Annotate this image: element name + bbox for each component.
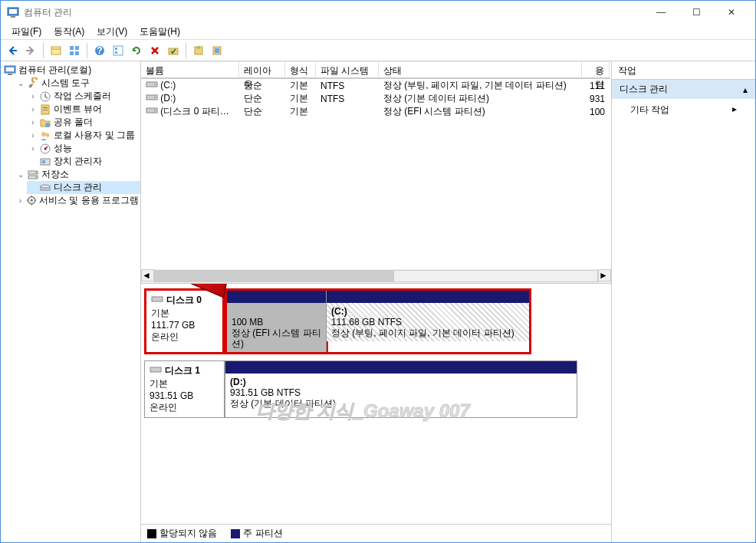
menu-help[interactable]: 도움말(H) — [133, 24, 186, 40]
services-icon — [26, 195, 37, 207]
menu-action[interactable]: 동작(A) — [48, 24, 90, 40]
col-format[interactable]: 형식 — [285, 61, 316, 78]
disk-1-partition-0[interactable]: (D:) 931.51 GB NTFS 정상 (기본 데이터 파티션) — [225, 361, 577, 417]
svg-rect-32 — [42, 160, 45, 163]
tree-device-manager[interactable]: 장치 관리자 — [27, 155, 140, 168]
scroll-left-button[interactable]: ◄ — [141, 269, 154, 281]
expand-icon[interactable]: › — [16, 196, 25, 206]
volume-list: 볼륨 레이아웃 형식 파일 시스템 상태 용량 (C:) 단순 기본 NTFS … — [141, 61, 611, 284]
col-volume[interactable]: 볼륨 — [141, 61, 239, 78]
svg-rect-10 — [113, 46, 123, 55]
horizontal-scrollbar[interactable]: ◄ ► — [141, 269, 611, 283]
drive-icon — [146, 80, 158, 91]
expand-icon[interactable]: › — [28, 105, 38, 114]
svg-point-46 — [154, 110, 156, 111]
svg-text:?: ? — [97, 45, 102, 56]
svg-rect-17 — [215, 48, 219, 53]
tools-icon — [27, 77, 39, 90]
back-button[interactable] — [4, 42, 21, 59]
svg-rect-48 — [150, 367, 161, 372]
volume-row[interactable]: (디스크 0 파티션 1) 단순 기본 정상 (EFI 시스템 파티션) 100 — [141, 105, 611, 118]
col-filesystem[interactable]: 파일 시스템 — [316, 61, 379, 78]
svg-rect-47 — [152, 297, 163, 301]
menu-file[interactable]: 파일(F) — [5, 24, 48, 40]
tree-services[interactable]: › 서비스 및 응용 프로그램 — [15, 194, 140, 207]
expand-icon[interactable]: › — [28, 131, 38, 140]
svg-rect-19 — [6, 67, 14, 71]
actions-section[interactable]: 디스크 관리 ▴ — [612, 80, 755, 99]
expand-icon[interactable]: › — [28, 92, 38, 101]
tree-root[interactable]: 컴퓨터 관리(로컬) — [2, 64, 140, 77]
svg-point-15 — [197, 46, 200, 49]
forward-button[interactable] — [22, 42, 39, 59]
delete-button[interactable] — [146, 42, 163, 59]
col-layout[interactable]: 레이아웃 — [239, 61, 285, 78]
toolbar-btn-8[interactable] — [209, 42, 225, 59]
collapse-icon[interactable]: ⌄ — [16, 79, 25, 88]
svg-point-27 — [41, 132, 46, 137]
close-button[interactable]: ✕ — [714, 1, 749, 24]
tree-local-users[interactable]: ›로컬 사용자 및 그룹 — [27, 129, 140, 142]
svg-rect-6 — [70, 51, 74, 55]
col-capacity[interactable]: 용량 — [582, 61, 610, 78]
toolbar-btn-1[interactable] — [48, 42, 64, 59]
menu-view[interactable]: 보기(V) — [90, 24, 133, 40]
toolbar: ? — [1, 40, 755, 61]
svg-rect-5 — [75, 46, 79, 50]
svg-rect-11 — [115, 48, 117, 50]
scroll-right-button[interactable]: ► — [598, 269, 611, 281]
actions-panel: 작업 디스크 관리 ▴ 기타 작업 ▸ — [612, 61, 755, 542]
svg-rect-24 — [43, 107, 48, 108]
check-button[interactable] — [165, 42, 182, 59]
tree-event-viewer[interactable]: ›이벤트 뷰어 — [27, 103, 140, 116]
svg-point-44 — [154, 97, 156, 98]
actions-more[interactable]: 기타 작업 ▸ — [612, 99, 755, 121]
legend-primary-swatch — [231, 529, 240, 538]
disk-icon — [39, 182, 51, 194]
device-icon — [39, 156, 51, 168]
tree-shared-folders[interactable]: ›공유 폴더 — [27, 116, 140, 129]
expand-icon[interactable]: › — [28, 144, 38, 153]
folder-icon — [39, 117, 51, 129]
tree-disk-management[interactable]: 디스크 관리 — [27, 181, 140, 194]
disk-0-partition-1[interactable]: (C:) 111.68 GB NTFS 정상 (부팅, 페이지 파일, 기본 데… — [327, 291, 529, 352]
maximize-button[interactable]: ☐ — [679, 1, 714, 24]
arrow-right-icon: ▸ — [732, 104, 737, 117]
minimize-button[interactable]: — — [643, 1, 679, 24]
tree-performance[interactable]: ›성능 — [27, 142, 140, 155]
svg-rect-7 — [75, 51, 79, 55]
disk-0-partition-0[interactable]: 100 MB 정상 (EFI 시스템 파티션) — [227, 291, 327, 352]
volume-row[interactable]: (D:) 단순 기본 NTFS 정상 (기본 데이터 파티션) 931 — [141, 92, 611, 105]
help-button[interactable]: ? — [91, 42, 108, 59]
event-icon — [39, 104, 51, 116]
tree-task-scheduler[interactable]: ›작업 스케줄러 — [27, 90, 140, 103]
refresh-button[interactable] — [128, 42, 145, 59]
svg-rect-20 — [8, 74, 12, 75]
disk-1-block: 디스크 1 기본 931.51 GB 온라인 (D:) 931.51 GB NT… — [144, 360, 608, 418]
expand-icon[interactable]: › — [28, 118, 38, 127]
svg-point-26 — [45, 123, 50, 127]
disk-1-info[interactable]: 디스크 1 기본 931.51 GB 온라인 — [144, 360, 225, 418]
computer-icon — [4, 64, 16, 77]
col-status[interactable]: 상태 — [379, 61, 582, 78]
collapse-icon[interactable]: ⌄ — [16, 170, 25, 179]
menubar: 파일(F) 동작(A) 보기(V) 도움말(H) — [1, 24, 755, 40]
toolbar-btn-4[interactable] — [110, 42, 127, 59]
disk-icon — [151, 295, 163, 306]
disk-0-info[interactable]: 디스크 0 기본 111.77 GB 온라인 — [144, 288, 225, 354]
volume-row[interactable]: (C:) 단순 기본 NTFS 정상 (부팅, 페이지 파일, 기본 데이터 파… — [141, 79, 611, 92]
svg-point-42 — [154, 84, 156, 85]
svg-point-40 — [30, 199, 33, 202]
svg-point-28 — [46, 133, 50, 137]
app-icon — [7, 6, 19, 18]
tree-storage[interactable]: ⌄ 저장소 — [15, 168, 140, 181]
drive-icon — [146, 93, 158, 104]
tree-system-tools[interactable]: ⌄ 시스템 도구 — [15, 77, 140, 90]
disk-0-block: 디스크 0 기본 111.77 GB 온라인 100 MB 정상 (EFI 시스… — [144, 288, 608, 354]
toolbar-btn-7[interactable] — [190, 42, 207, 59]
toolbar-btn-2[interactable] — [66, 42, 83, 59]
legend: 할당되지 않음 주 파티션 — [141, 524, 611, 542]
disk-graphical-view: 디스크 0 기본 111.77 GB 온라인 100 MB 정상 (EFI 시스… — [141, 284, 611, 524]
svg-point-35 — [35, 172, 37, 173]
scroll-thumb[interactable] — [155, 271, 394, 281]
